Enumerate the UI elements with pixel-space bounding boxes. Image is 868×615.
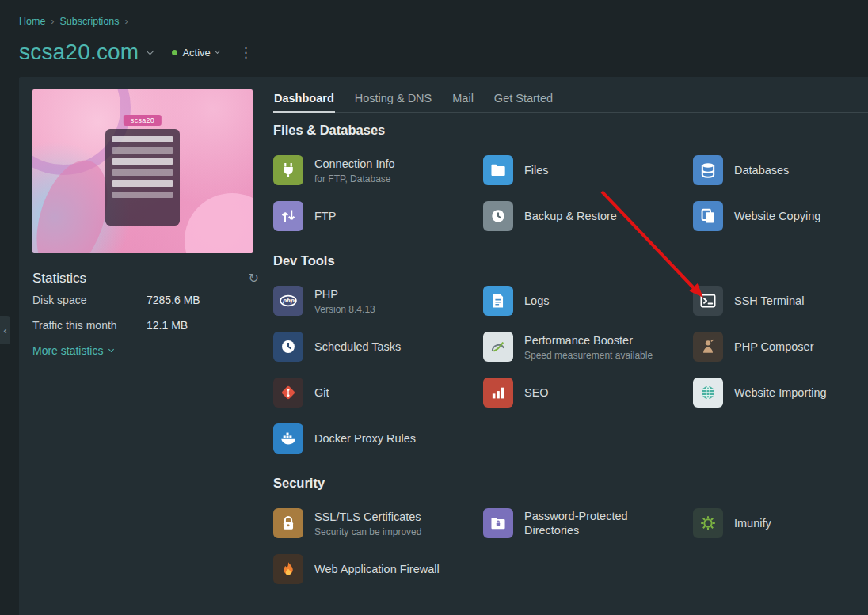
app-item-databases[interactable]: Databases — [693, 155, 868, 185]
site-preview-image[interactable]: scsa20 — [32, 89, 253, 253]
page-title: scsa20.com — [19, 40, 139, 65]
seo-icon — [483, 378, 513, 408]
status-dot-icon — [172, 50, 177, 55]
app-item-php-composer[interactable]: PHP Composer — [693, 332, 868, 362]
title-dropdown-chevron-icon[interactable] — [147, 47, 154, 55]
app-grid: Connection Infofor FTP, DatabaseFilesDat… — [273, 155, 868, 231]
ssh-terminal-icon — [693, 286, 723, 316]
statistics-title: Statistics — [32, 271, 86, 287]
php-icon: php — [273, 286, 303, 316]
app-item-scheduled-tasks[interactable]: Scheduled Tasks — [273, 332, 483, 362]
app-item-imunify[interactable]: Imunify — [693, 508, 868, 538]
tab-get-started[interactable]: Get Started — [493, 87, 554, 112]
app-item-ftp[interactable]: FTP — [273, 201, 483, 231]
app-item-sublabel: Security can be improved — [314, 526, 421, 537]
section-security: SecuritySSL/TLS CertificatesSecurity can… — [273, 476, 868, 584]
app-item-label: Databases — [734, 163, 789, 177]
app-item-php[interactable]: phpPHPVersion 8.4.13 — [273, 286, 483, 316]
app-item-label: SSH Terminal — [734, 294, 804, 308]
app-item-label: Imunify — [734, 516, 771, 530]
section-title: Security — [273, 476, 868, 491]
php-composer-icon — [693, 332, 723, 362]
app-item-password-protected[interactable]: Password-Protected Directories — [483, 508, 693, 538]
connection-info-icon — [273, 155, 303, 185]
files-icon — [483, 155, 513, 185]
app-grid: phpPHPVersion 8.4.13LogsSSH TerminalSche… — [273, 286, 868, 454]
breadcrumb-separator: › — [51, 16, 54, 27]
app-item-docker[interactable]: Docker Proxy Rules — [273, 423, 483, 454]
main-content: DashboardHosting & DNSMailGet Started Fi… — [273, 77, 868, 615]
more-statistics-label: More statistics — [32, 344, 103, 357]
app-item-sublabel: Version 8.4.13 — [314, 304, 375, 315]
app-item-connection-info[interactable]: Connection Infofor FTP, Database — [273, 155, 483, 185]
tab-hosting-dns[interactable]: Hosting & DNS — [354, 87, 433, 112]
subscription-card: scsa20 Statistics ↻ Disk space7285.6 MBT… — [19, 77, 868, 615]
app-item-label: Scheduled Tasks — [314, 340, 401, 354]
breadcrumb: Home›Subscriptions› — [19, 16, 134, 27]
app-item-backup-restore[interactable]: Backup & Restore — [483, 201, 693, 231]
app-item-label: Password-Protected Directories — [524, 509, 682, 537]
app-item-label: Website Copying — [734, 209, 820, 223]
stat-value: 12.1 MB — [147, 319, 188, 332]
app-item-label: PHP Composer — [734, 340, 813, 354]
status-badge[interactable]: Active — [172, 47, 219, 59]
waf-icon — [273, 554, 303, 584]
app-item-label: Backup & Restore — [524, 209, 617, 223]
status-label: Active — [182, 47, 210, 59]
more-statistics-link[interactable]: More statistics — [32, 344, 260, 357]
app-item-performance-booster[interactable]: Performance BoosterSpeed measurement ava… — [483, 332, 693, 362]
app-item-ssh-terminal[interactable]: SSH Terminal — [693, 286, 868, 316]
breadcrumb-link-home[interactable]: Home — [19, 16, 45, 27]
section-title: Dev Tools — [273, 253, 868, 268]
stat-row: Disk space7285.6 MB — [32, 294, 260, 306]
preview-decor — [185, 193, 253, 253]
app-item-label: Web Application Firewall — [314, 562, 440, 576]
section-files-databases: Files & DatabasesConnection Infofor FTP,… — [273, 123, 868, 231]
app-item-seo[interactable]: SEO — [483, 378, 693, 408]
app-item-label: PHP — [314, 287, 375, 302]
app-item-ssl-tls[interactable]: SSL/TLS CertificatesSecurity can be impr… — [273, 508, 483, 538]
statistics-panel: Statistics ↻ Disk space7285.6 MBTraffic … — [32, 271, 260, 357]
app-item-label: Performance Booster — [524, 333, 653, 347]
section-dev-tools: Dev ToolsphpPHPVersion 8.4.13LogsSSH Ter… — [273, 253, 868, 454]
ftp-icon — [273, 201, 303, 231]
tab-dashboard[interactable]: Dashboard — [273, 87, 335, 112]
app-item-logs[interactable]: Logs — [483, 286, 693, 316]
svg-text:php: php — [283, 298, 295, 304]
tab-bar: DashboardHosting & DNSMailGet Started — [273, 77, 868, 113]
databases-icon — [693, 155, 723, 185]
app-grid: SSL/TLS CertificatesSecurity can be impr… — [273, 508, 868, 584]
tab-mail[interactable]: Mail — [451, 87, 474, 112]
refresh-icon[interactable]: ↻ — [249, 272, 259, 285]
section-title: Files & Databases — [273, 123, 868, 138]
chevron-down-icon — [108, 347, 114, 352]
app-item-website-importing[interactable]: Website Importing — [693, 378, 868, 408]
app-item-label: SSL/TLS Certificates — [314, 510, 421, 524]
app-item-label: Connection Info — [314, 157, 395, 171]
stat-label: Traffic this month — [32, 319, 147, 332]
chevron-down-icon — [215, 48, 220, 54]
app-item-label: Docker Proxy Rules — [314, 431, 416, 446]
performance-booster-icon — [483, 332, 513, 362]
sidebar-collapse-handle[interactable]: ‹ — [0, 316, 10, 344]
app-item-git[interactable]: Git — [273, 378, 483, 408]
app-item-label: Logs — [524, 294, 549, 308]
app-item-label: Files — [524, 163, 549, 177]
logs-icon — [483, 286, 513, 316]
stat-label: Disk space — [32, 294, 147, 306]
app-item-label: FTP — [314, 209, 336, 223]
app-item-files[interactable]: Files — [483, 155, 693, 185]
website-importing-icon — [693, 378, 723, 408]
app-item-waf[interactable]: Web Application Firewall — [273, 554, 483, 584]
app-item-label: SEO — [524, 385, 549, 400]
breadcrumb-link-subscriptions[interactable]: Subscriptions — [60, 16, 120, 27]
kebab-menu-button[interactable]: ⋮ — [235, 46, 257, 59]
preview-site-name: scsa20 — [124, 115, 162, 126]
app-item-sublabel: Speed measurement available — [524, 350, 653, 361]
breadcrumb-separator: › — [125, 16, 128, 27]
backup-restore-icon — [483, 201, 513, 231]
git-icon — [273, 378, 303, 408]
scheduled-tasks-icon — [273, 332, 303, 362]
app-item-website-copying[interactable]: Website Copying — [693, 201, 868, 231]
app-item-label: Website Importing — [734, 385, 827, 400]
